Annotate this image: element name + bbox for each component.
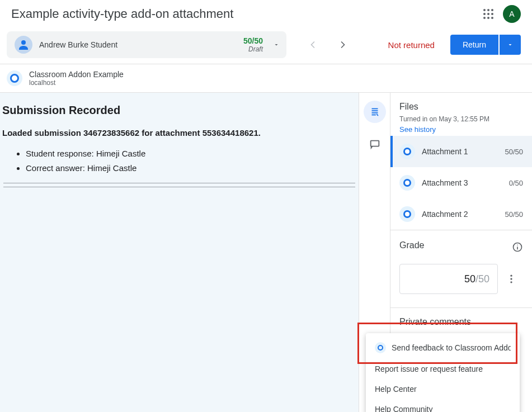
private-comments-title: Private comments (399, 317, 523, 327)
person-icon (15, 36, 32, 54)
return-button[interactable]: Return (450, 35, 498, 55)
status-not-returned: Not returned (388, 40, 435, 50)
student-selector[interactable]: Andrew Burke Student 50/50 Draft (7, 31, 286, 58)
file-row[interactable]: Attachment 3 0/50 (390, 167, 532, 198)
grade-max: /50 (475, 273, 489, 285)
comments-tab-icon[interactable] (364, 133, 386, 155)
return-dropdown-button[interactable] (500, 35, 521, 55)
svg-point-8 (517, 244, 518, 245)
popup-help-center[interactable]: Help Center (366, 379, 520, 399)
draft-label: Draft (248, 45, 263, 53)
svg-rect-5 (370, 141, 379, 146)
grade-title: Grade (399, 240, 424, 250)
next-student-button[interactable] (336, 38, 350, 51)
file-name: Attachment 1 (422, 147, 498, 156)
avatar[interactable]: A (503, 5, 521, 23)
turned-in-meta: Turned in on May 3, 12:55 PM (399, 115, 523, 123)
addon-subtitle: localhost (29, 79, 124, 87)
info-icon[interactable] (512, 241, 523, 253)
file-row[interactable]: Attachment 1 50/50 (390, 136, 532, 167)
svg-point-11 (510, 281, 512, 283)
prev-student-button[interactable] (306, 38, 319, 51)
files-title: Files (399, 102, 523, 112)
popup-report-issue[interactable]: Report issue or request feature (366, 359, 520, 379)
caret-down-icon (273, 41, 280, 48)
attachment-icon (399, 175, 415, 191)
apps-icon[interactable] (482, 7, 495, 21)
attachment-icon (399, 206, 415, 222)
submission-bullet: Correct answer: Himeji Castle (26, 161, 356, 176)
file-score: 0/50 (509, 179, 523, 187)
file-name: Attachment 2 (422, 210, 498, 219)
file-row[interactable]: Attachment 2 50/50 (390, 198, 532, 230)
page-title: Example activity-type add-on attachment (11, 7, 233, 21)
popup-help-community[interactable]: Help Community (366, 399, 520, 412)
addon-icon (7, 70, 22, 86)
file-name: Attachment 3 (422, 178, 502, 187)
grade-input[interactable]: 50/50 (399, 264, 498, 294)
submission-pane: Submission Recorded Loaded submission 34… (0, 93, 359, 412)
attachment-icon (399, 144, 415, 159)
submission-loaded-text: Loaded submission 346723835662 for attac… (2, 128, 356, 138)
submission-bullet: Student response: Himeji Castle (26, 146, 356, 161)
grade-value: 50 (464, 273, 475, 285)
addon-mini-icon (375, 342, 386, 353)
see-history-link[interactable]: See history (399, 125, 436, 134)
popup-send-feedback[interactable]: Send feedback to Classroom Addon Example (366, 337, 520, 359)
svg-point-0 (21, 40, 26, 45)
student-name: Andrew Burke Student (39, 40, 237, 49)
svg-point-10 (510, 278, 512, 280)
file-score: 50/50 (505, 210, 523, 219)
submission-heading: Submission Recorded (2, 104, 356, 117)
help-popup: Send feedback to Classroom Addon Example… (366, 333, 520, 412)
kebab-icon[interactable] (506, 273, 517, 285)
addon-title: Classroom Addon Example (29, 70, 124, 79)
svg-point-9 (510, 275, 512, 277)
file-score: 50/50 (505, 148, 523, 156)
grade-chip: 50/50 (243, 36, 263, 45)
files-tab-icon[interactable] (364, 101, 386, 123)
